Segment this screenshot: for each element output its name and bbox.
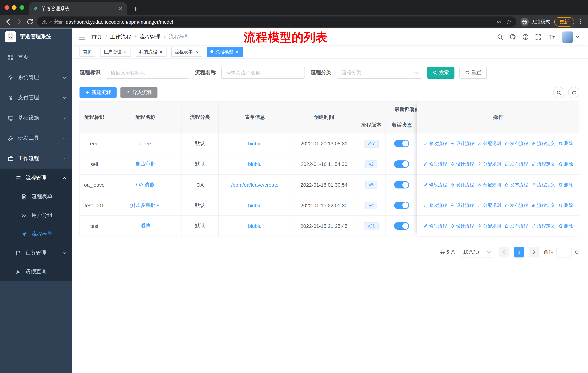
design-action[interactable]: 设计流程 bbox=[450, 181, 474, 188]
delete-action[interactable]: 删除 bbox=[558, 223, 573, 229]
active-toggle[interactable] bbox=[394, 161, 409, 168]
sidebar-item-9[interactable]: 流程模型 bbox=[0, 225, 72, 243]
window-close-button[interactable] bbox=[5, 5, 9, 10]
goto-page-input[interactable] bbox=[556, 247, 571, 258]
create-flow-button[interactable]: 新建流程 bbox=[79, 87, 117, 98]
tag-item-2[interactable]: 我的流程 bbox=[136, 47, 167, 56]
sidebar-item-0[interactable]: 首页 bbox=[0, 47, 72, 67]
tag-item-1[interactable]: 租户管理 bbox=[100, 47, 131, 56]
font-size-button[interactable] bbox=[548, 34, 556, 40]
breadcrumb-item[interactable]: 流程管理 bbox=[139, 33, 160, 40]
delete-action[interactable]: 删除 bbox=[558, 202, 573, 209]
tab-close-icon[interactable] bbox=[118, 6, 123, 11]
bookmark-star-icon[interactable] bbox=[506, 19, 511, 24]
definition-action[interactable]: 流程定义 bbox=[531, 161, 555, 167]
breadcrumb-item[interactable]: 首页 bbox=[92, 33, 102, 40]
definition-action[interactable]: 流程定义 bbox=[531, 202, 555, 209]
address-bar[interactable]: 不安全 dashboard.yudao.iocoder.cn/bpm/manag… bbox=[37, 17, 516, 27]
search-button[interactable]: 搜索 bbox=[427, 67, 454, 79]
window-minimize-button[interactable] bbox=[12, 5, 17, 10]
sidebar-item-3[interactable]: 基础设施 bbox=[0, 108, 72, 128]
tag-item-4[interactable]: 流程模型 bbox=[207, 47, 243, 56]
active-toggle[interactable] bbox=[394, 222, 409, 230]
browser-tab[interactable]: 芋道管理系统 bbox=[29, 2, 127, 15]
sidebar-item-8[interactable]: 用户分组 bbox=[0, 206, 72, 225]
page-number-1[interactable]: 1 bbox=[514, 247, 524, 258]
tag-item-3[interactable]: 流程表单 bbox=[171, 47, 202, 56]
design-action[interactable]: 设计流程 bbox=[450, 202, 474, 209]
modify-action[interactable]: 修改流程 bbox=[423, 161, 447, 167]
modify-action[interactable]: 修改流程 bbox=[423, 140, 447, 147]
sidebar-item-1[interactable]: 系统管理 bbox=[0, 67, 72, 88]
definition-action[interactable]: 流程定义 bbox=[531, 140, 555, 147]
fullscreen-button[interactable] bbox=[535, 34, 542, 40]
model-name-link[interactable]: 测试多审批人 bbox=[130, 202, 161, 209]
page-size-select[interactable]: 10条/页 bbox=[460, 247, 494, 258]
form-link[interactable]: biubiu bbox=[248, 141, 262, 146]
sidebar-item-7[interactable]: 流程表单 bbox=[0, 187, 72, 206]
active-toggle[interactable] bbox=[394, 140, 409, 147]
form-link[interactable]: biubiu bbox=[248, 202, 262, 208]
publish-action[interactable]: 发布流程 bbox=[504, 161, 528, 167]
design-action[interactable]: 设计流程 bbox=[450, 223, 474, 229]
browser-update-button[interactable]: 更新 bbox=[554, 17, 574, 26]
sidebar-item-11[interactable]: 请假查询 bbox=[0, 262, 72, 281]
assign-action[interactable]: 分配规则 bbox=[477, 161, 501, 167]
publish-action[interactable]: 发布流程 bbox=[504, 223, 528, 229]
new-tab-button[interactable] bbox=[130, 4, 140, 13]
reload-button[interactable] bbox=[26, 18, 34, 26]
category-filter-select[interactable]: 流程分类 bbox=[337, 67, 422, 79]
tag-item-0[interactable]: 首页 bbox=[79, 47, 95, 56]
tag-close-icon[interactable] bbox=[235, 50, 239, 54]
definition-action[interactable]: 流程定义 bbox=[531, 181, 555, 188]
next-page-button[interactable] bbox=[529, 247, 539, 258]
sidebar-item-4[interactable]: 研发工具 bbox=[0, 128, 72, 148]
sidebar-item-6[interactable]: 流程管理 bbox=[0, 169, 72, 187]
sidebar-item-10[interactable]: 任务管理 bbox=[0, 243, 72, 262]
model-name-link[interactable]: OA 请假 bbox=[136, 181, 155, 188]
github-icon[interactable] bbox=[510, 34, 516, 40]
form-link[interactable]: biubiu bbox=[248, 161, 262, 167]
publish-action[interactable]: 发布流程 bbox=[504, 181, 528, 188]
model-name-link[interactable]: 滔博 bbox=[140, 222, 150, 229]
modify-action[interactable]: 修改流程 bbox=[423, 223, 447, 229]
sidebar-item-5[interactable]: 工作流程 bbox=[0, 148, 72, 169]
forward-button[interactable] bbox=[15, 18, 23, 26]
tag-close-icon[interactable] bbox=[123, 50, 128, 54]
form-link[interactable]: /bpm/oa/leave/create bbox=[231, 182, 278, 188]
header-search-button[interactable] bbox=[497, 34, 503, 40]
form-link[interactable]: biubiu bbox=[248, 223, 262, 229]
modify-action[interactable]: 修改流程 bbox=[423, 202, 447, 209]
user-menu[interactable] bbox=[562, 31, 579, 43]
design-action[interactable]: 设计流程 bbox=[450, 161, 474, 167]
prev-page-button[interactable] bbox=[499, 247, 509, 258]
design-action[interactable]: 设计流程 bbox=[450, 140, 474, 147]
tag-close-icon[interactable] bbox=[195, 50, 199, 54]
key-filter-input[interactable] bbox=[106, 67, 189, 79]
toggle-search-button[interactable] bbox=[553, 87, 565, 98]
model-name-link[interactable]: 自己审批 bbox=[135, 161, 156, 168]
delete-action[interactable]: 删除 bbox=[558, 161, 573, 167]
assign-action[interactable]: 分配规则 bbox=[477, 140, 501, 147]
help-button[interactable] bbox=[522, 34, 529, 40]
tag-close-icon[interactable] bbox=[159, 50, 163, 54]
modify-action[interactable]: 修改流程 bbox=[423, 181, 447, 188]
key-icon[interactable] bbox=[496, 19, 502, 24]
definition-action[interactable]: 流程定义 bbox=[531, 223, 555, 229]
model-name-link[interactable]: eeee bbox=[140, 141, 151, 146]
name-filter-input[interactable] bbox=[221, 67, 305, 79]
publish-action[interactable]: 发布流程 bbox=[504, 140, 528, 147]
sidebar-item-2[interactable]: 支付管理 bbox=[0, 88, 72, 108]
assign-action[interactable]: 分配规则 bbox=[477, 181, 501, 188]
refresh-table-button[interactable] bbox=[568, 87, 579, 98]
publish-action[interactable]: 发布流程 bbox=[504, 202, 528, 209]
back-button[interactable] bbox=[5, 18, 12, 26]
browser-menu-button[interactable] bbox=[578, 19, 583, 25]
delete-action[interactable]: 删除 bbox=[558, 181, 573, 188]
sidebar-collapse-button[interactable] bbox=[78, 34, 85, 40]
reset-button[interactable]: 重置 bbox=[459, 67, 487, 79]
active-toggle[interactable] bbox=[394, 202, 409, 209]
assign-action[interactable]: 分配规则 bbox=[477, 223, 501, 229]
window-zoom-button[interactable] bbox=[20, 5, 24, 10]
active-toggle[interactable] bbox=[394, 181, 409, 189]
